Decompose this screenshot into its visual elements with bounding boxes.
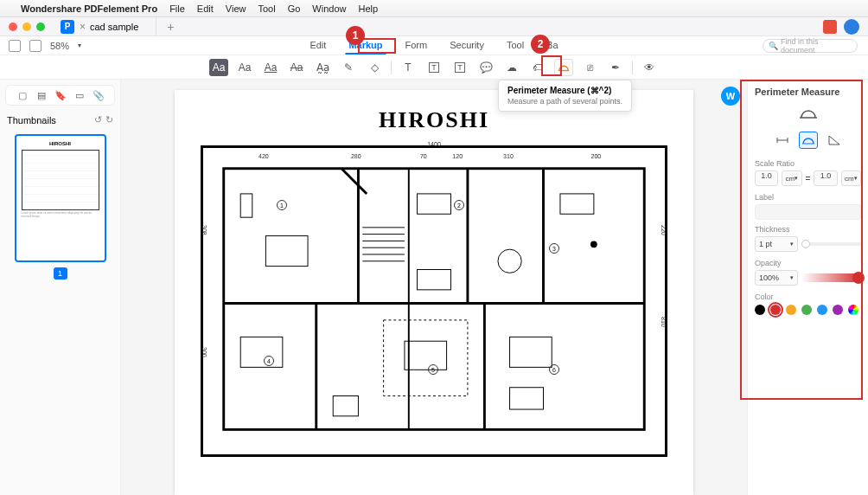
attachments-icon[interactable]: 📎 bbox=[93, 89, 105, 101]
tooltip-desc: Measure a path of several points. bbox=[507, 97, 622, 106]
traffic-lights bbox=[0, 22, 54, 31]
room-1: 1 bbox=[277, 200, 287, 210]
panel-toggle-icon[interactable] bbox=[9, 40, 21, 52]
page-thumbnail-1[interactable]: HIROSHI Lorem ipsum dolor sit amet conse… bbox=[15, 134, 106, 262]
document-page: HIROSHI 1400 420 280 70 120 310 200 308 … bbox=[175, 90, 693, 495]
sidebar-mode-switcher: ▢ ▤ 🔖 ▭ 📎 bbox=[5, 85, 115, 106]
show-hide-tool[interactable]: 👁 bbox=[640, 59, 659, 76]
new-tab-button[interactable]: + bbox=[156, 20, 184, 34]
svg-line-2 bbox=[341, 169, 367, 194]
menu-edit[interactable]: Edit bbox=[197, 3, 214, 14]
minimize-window-button[interactable] bbox=[22, 22, 31, 31]
rotate-left-icon[interactable]: ↺ bbox=[94, 114, 102, 125]
highlight-tool[interactable]: Aa bbox=[209, 59, 228, 76]
text-tool[interactable]: T bbox=[399, 59, 418, 76]
eraser-tool[interactable]: ◇ bbox=[365, 59, 384, 76]
search-icon: 🔍 bbox=[769, 42, 778, 50]
dim-top-1: 420 bbox=[258, 153, 269, 159]
close-tab-icon[interactable]: × bbox=[80, 21, 86, 33]
stamp-tool[interactable]: ⎚ bbox=[580, 59, 599, 76]
signature-tool[interactable]: ✒ bbox=[606, 59, 625, 76]
search-input[interactable]: 🔍 Find in this document bbox=[763, 39, 858, 53]
annotation-box-markup bbox=[358, 38, 396, 54]
dim-top-4: 120 bbox=[452, 153, 463, 159]
ribbon-tab-tool[interactable]: Tool bbox=[503, 37, 527, 55]
annotation-marker-1: 1 bbox=[346, 26, 365, 45]
dim-left-1: 308 bbox=[201, 225, 207, 235]
svg-rect-21 bbox=[560, 194, 594, 214]
dim-left-2: 300 bbox=[201, 347, 207, 357]
svg-point-20 bbox=[498, 249, 521, 273]
dim-top-3: 70 bbox=[420, 153, 427, 159]
dim-top-2: 280 bbox=[351, 153, 361, 159]
svg-rect-22 bbox=[418, 269, 451, 289]
annotations-icon[interactable]: ▭ bbox=[73, 89, 86, 101]
bookmark-icon[interactable]: 🔖 bbox=[54, 89, 67, 101]
callout-tool[interactable]: T bbox=[450, 59, 469, 76]
ribbon-tab-edit[interactable]: Edit bbox=[306, 37, 329, 55]
svg-rect-27 bbox=[510, 337, 552, 367]
macos-menubar: Wondershare PDFelement Pro File Edit Vie… bbox=[0, 0, 868, 17]
note-tool[interactable]: 💬 bbox=[476, 59, 495, 76]
svg-rect-26 bbox=[333, 395, 358, 415]
outline-icon[interactable]: ▤ bbox=[35, 89, 48, 101]
svg-rect-1 bbox=[224, 169, 645, 430]
menu-view[interactable]: View bbox=[226, 3, 246, 14]
dim-total-width: 1400 bbox=[427, 141, 441, 147]
text-underline[interactable]: Aa bbox=[261, 59, 280, 76]
close-window-button[interactable] bbox=[9, 22, 17, 31]
text-box-tool[interactable]: T bbox=[424, 59, 444, 76]
thumbnails-title: Thumbnails bbox=[7, 115, 56, 125]
room-2: 2 bbox=[454, 200, 464, 210]
tab-label: cad sample bbox=[90, 22, 138, 32]
dim-top-5: 310 bbox=[503, 153, 514, 159]
rotate-right-icon[interactable]: ↻ bbox=[105, 114, 113, 125]
thumbnails-icon[interactable]: ▢ bbox=[16, 89, 29, 101]
wondershare-badge[interactable]: W bbox=[721, 87, 740, 106]
left-sidebar: ▢ ▤ 🔖 ▭ 📎 Thumbnails ↺ ↻ HIROSHI Lorem i… bbox=[0, 80, 121, 495]
svg-rect-24 bbox=[405, 341, 447, 370]
ribbon-tab-form[interactable]: Form bbox=[402, 37, 431, 55]
document-tab[interactable]: × cad sample bbox=[81, 17, 156, 36]
svg-rect-19 bbox=[418, 194, 451, 214]
text-squiggly[interactable]: A̰a̰ bbox=[313, 59, 332, 76]
ribbon: 58% ▾ Edit Markup Form Security Tool Ba … bbox=[0, 36, 868, 55]
zoom-dropdown-icon[interactable]: ▾ bbox=[78, 42, 81, 49]
ribbon-tab-security[interactable]: Security bbox=[446, 37, 488, 55]
room-5: 5 bbox=[428, 364, 438, 375]
dim-top-6: 200 bbox=[591, 153, 602, 159]
menu-window[interactable]: Window bbox=[312, 3, 346, 14]
page-view-icon[interactable] bbox=[29, 40, 41, 52]
pencil-tool[interactable]: ✎ bbox=[339, 59, 358, 76]
floor-plan: 1400 420 280 70 120 310 200 308 300 220 … bbox=[201, 145, 667, 457]
app-icon: P bbox=[61, 20, 74, 34]
room-4: 4 bbox=[264, 356, 274, 366]
svg-point-29 bbox=[590, 241, 597, 248]
svg-rect-17 bbox=[240, 194, 252, 217]
dim-right-1: 220 bbox=[661, 225, 667, 235]
thumbnail-page-number: 1 bbox=[54, 267, 67, 280]
user-avatar[interactable] bbox=[844, 19, 859, 35]
menu-go[interactable]: Go bbox=[288, 3, 301, 14]
room-6: 6 bbox=[549, 364, 559, 375]
annotation-box-rightpanel bbox=[740, 80, 863, 400]
menu-file[interactable]: File bbox=[169, 3, 185, 14]
svg-rect-28 bbox=[510, 388, 544, 409]
maximize-window-button[interactable] bbox=[36, 22, 45, 31]
document-canvas[interactable]: W HIROSHI 1400 420 280 70 120 310 200 30… bbox=[121, 80, 747, 495]
svg-rect-18 bbox=[265, 236, 308, 267]
svg-rect-25 bbox=[240, 337, 283, 367]
annotation-box-perimeter bbox=[541, 55, 562, 76]
app-name[interactable]: Wondershare PDFelement Pro bbox=[21, 3, 157, 14]
text-strikethrough[interactable]: Aa bbox=[287, 59, 306, 76]
markup-toolbar: Aa Aa Aa Aa A̰a̰ ✎ ◇ T T T 💬 ☁ 🏷 ⎚ ✒ 👁 bbox=[0, 55, 868, 80]
text-style-1[interactable]: Aa bbox=[235, 59, 254, 76]
menu-tool[interactable]: Tool bbox=[258, 3, 275, 14]
search-placeholder: Find in this document bbox=[781, 37, 852, 55]
dim-right-2: 810 bbox=[661, 317, 667, 327]
store-icon[interactable] bbox=[823, 20, 837, 34]
zoom-level[interactable]: 58% bbox=[50, 41, 69, 51]
svg-rect-23 bbox=[384, 320, 468, 396]
cloud-tool[interactable]: ☁ bbox=[502, 59, 521, 76]
menu-help[interactable]: Help bbox=[358, 3, 378, 14]
